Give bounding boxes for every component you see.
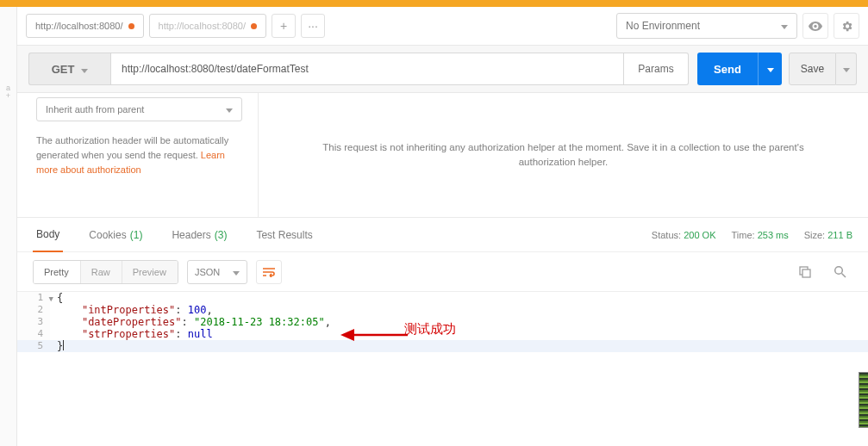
body-type-label: JSON: [195, 267, 220, 277]
left-sidebar-collapsed[interactable]: a+: [0, 7, 17, 446]
auth-description: The authorization header will be automat…: [36, 133, 242, 177]
tab-body[interactable]: Body: [33, 218, 63, 252]
tab-label: http://localhost:8080/: [159, 21, 247, 31]
line-number: 1▼: [17, 292, 50, 304]
gear-icon: [840, 20, 853, 33]
app-topbar: [0, 0, 868, 7]
unsaved-dot-icon: [128, 23, 134, 29]
environment-selector[interactable]: No Environment: [616, 13, 797, 39]
http-method-selector[interactable]: GET: [28, 53, 110, 85]
tab-headers-label: Headers: [172, 229, 210, 241]
method-label: GET: [52, 63, 75, 76]
svg-line-4: [841, 274, 846, 278]
code-line-3: "dateProperties": "2018-11-23 18:32:05",: [50, 316, 868, 328]
response-format-bar: Pretty Raw Preview JSON: [17, 252, 868, 291]
line-number: 4: [17, 328, 50, 340]
copy-icon: [799, 266, 811, 278]
chevron-down-icon: [81, 63, 88, 76]
chevron-down-icon: [226, 104, 233, 115]
response-tabs: Body Cookies (1) Headers (3) Test Result…: [17, 218, 868, 252]
view-pretty[interactable]: Pretty: [34, 261, 80, 283]
sidebar-handle: a+: [0, 7, 16, 100]
save-dropdown-button[interactable]: [836, 53, 857, 85]
copy-response-button[interactable]: [792, 259, 818, 285]
params-button[interactable]: Params: [624, 53, 689, 85]
auth-inherit-message: This request is not inheriting any autho…: [297, 140, 831, 170]
svg-point-3: [834, 267, 842, 275]
wrap-lines-button[interactable]: [256, 260, 282, 284]
request-tab-inactive[interactable]: http://localhost:8080/: [149, 14, 267, 38]
search-icon: [834, 265, 846, 278]
code-line-2: "intProperties": 100,: [50, 304, 868, 316]
wrap-icon: [262, 267, 276, 277]
settings-button[interactable]: [834, 13, 859, 39]
right-edge-decoration: [859, 372, 868, 428]
size-label: Size:: [804, 230, 825, 240]
tab-label: http://localhost:8080/: [35, 21, 123, 31]
cookies-count: (1): [130, 229, 143, 241]
unsaved-dot-icon: [251, 23, 257, 29]
line-number: 3: [17, 316, 50, 328]
line-number: 5: [17, 340, 50, 352]
search-response-button[interactable]: [827, 259, 852, 285]
auth-type-label: Inherit auth from parent: [46, 104, 144, 115]
code-line-5: }: [50, 340, 868, 352]
time-value: 253 ms: [758, 230, 789, 240]
tab-options-button[interactable]: ···: [301, 14, 325, 38]
url-input[interactable]: [110, 53, 624, 85]
request-bar: GET Params Send Save: [17, 46, 868, 93]
code-line-4: "strProperties": null: [50, 328, 868, 340]
eye-icon: [809, 22, 822, 31]
authorization-panel: Inherit auth from parent The authorizati…: [17, 93, 868, 218]
tabs-header: http://localhost:8080/ http://localhost:…: [17, 7, 868, 46]
tab-headers[interactable]: Headers (3): [168, 218, 230, 252]
tab-test-results[interactable]: Test Results: [253, 218, 315, 252]
tab-cookies[interactable]: Cookies (1): [85, 218, 146, 252]
send-button[interactable]: Send: [697, 53, 758, 85]
text-cursor: [63, 340, 64, 350]
chevron-down-icon: [781, 20, 788, 32]
headers-count: (3): [215, 229, 228, 241]
send-dropdown-button[interactable]: [758, 53, 782, 85]
view-preview[interactable]: Preview: [122, 261, 178, 283]
environment-quicklook-button[interactable]: [802, 13, 828, 39]
time-label: Time:: [731, 230, 754, 240]
new-tab-button[interactable]: +: [272, 14, 296, 38]
chevron-down-icon: [767, 63, 774, 75]
line-number: 2: [17, 304, 50, 316]
chevron-down-icon: [843, 63, 850, 75]
size-value: 211 B: [827, 230, 852, 240]
tab-cookies-label: Cookies: [89, 229, 126, 241]
status-value: 200 OK: [684, 230, 715, 240]
svg-rect-2: [802, 269, 810, 277]
auth-type-selector[interactable]: Inherit auth from parent: [36, 97, 242, 121]
request-tab-active[interactable]: http://localhost:8080/: [26, 14, 144, 38]
auth-desc-text: The authorization header will be automat…: [36, 135, 228, 160]
body-type-selector[interactable]: JSON: [187, 260, 247, 284]
code-line-1: {: [50, 292, 868, 304]
chevron-down-icon: [233, 267, 240, 277]
save-button[interactable]: Save: [789, 53, 836, 85]
response-body[interactable]: 1▼ { 2 "intProperties": 100, 3 "dateProp…: [17, 291, 868, 352]
view-raw[interactable]: Raw: [80, 261, 122, 283]
fold-toggle-icon[interactable]: ▼: [49, 293, 53, 305]
response-stats: Status: 200 OK Time: 253 ms Size: 211 B: [652, 230, 852, 240]
environment-label: No Environment: [626, 20, 700, 32]
status-label: Status:: [652, 230, 681, 240]
svg-point-0: [814, 24, 816, 27]
view-mode-tabs: Pretty Raw Preview: [33, 260, 178, 284]
